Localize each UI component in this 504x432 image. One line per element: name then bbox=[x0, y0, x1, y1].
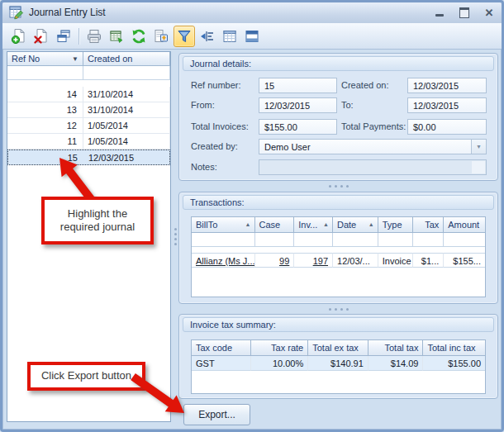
column-header-amount[interactable]: Amount bbox=[444, 217, 485, 233]
filter-icon bbox=[176, 28, 193, 45]
from-field[interactable]: 12/03/2015 bbox=[259, 97, 337, 113]
created-on-field[interactable]: 12/03/2015 bbox=[407, 78, 487, 93]
filter-cell[interactable] bbox=[378, 233, 414, 247]
tax-label: Tax bbox=[425, 220, 439, 230]
journal-grid-header: Ref No ▼ Created on bbox=[7, 52, 170, 66]
grid-view-icon bbox=[221, 28, 238, 45]
ref-number-field[interactable]: 15 bbox=[259, 78, 337, 93]
column-header-inv[interactable]: Inv...▲ bbox=[294, 217, 333, 233]
journal-grid-filter-row bbox=[7, 66, 170, 80]
export-window-button[interactable] bbox=[151, 26, 171, 46]
column-header-total-tax[interactable]: Total tax bbox=[368, 340, 424, 356]
column-header-total-ex-tax[interactable]: Total ex tax bbox=[308, 340, 368, 356]
case-link[interactable]: 99 bbox=[255, 253, 295, 268]
minimize-button[interactable] bbox=[434, 7, 445, 18]
column-header-tax[interactable]: Tax bbox=[413, 217, 444, 233]
transactions-header-row: BillTo▲ Case Inv...▲ Date▲ Type Tax Amou… bbox=[192, 217, 485, 233]
column-header-billto[interactable]: BillTo▲ bbox=[192, 217, 255, 233]
filter-cell[interactable] bbox=[413, 233, 444, 247]
horizontal-splitter-2[interactable] bbox=[178, 306, 498, 312]
journal-form-icon bbox=[9, 5, 24, 20]
new-journal-button[interactable] bbox=[9, 26, 29, 46]
callout-text: Click Export button bbox=[41, 369, 131, 382]
maximize-button[interactable] bbox=[459, 7, 470, 18]
column-header-tax-code[interactable]: Tax code bbox=[192, 340, 251, 356]
export-excel-button[interactable] bbox=[107, 26, 126, 46]
total-ex-tax-cell: $140.91 bbox=[308, 356, 368, 371]
filter-cell-created-on[interactable] bbox=[83, 66, 170, 80]
notes-field[interactable] bbox=[259, 159, 487, 175]
delete-journal-button[interactable] bbox=[31, 26, 51, 46]
invoice-link[interactable]: 197 bbox=[294, 253, 333, 268]
annotation-arrow-to-export bbox=[126, 370, 193, 420]
print-button[interactable] bbox=[84, 26, 104, 46]
journal-details-group: Journal details: Ref number: 15 Created … bbox=[178, 53, 498, 181]
billto-link[interactable]: Allianz (Ms J... bbox=[192, 253, 255, 268]
filter-cell[interactable] bbox=[255, 233, 295, 247]
cell-ref: 14 bbox=[7, 87, 83, 102]
journal-row-13[interactable]: 13 31/10/2014 bbox=[7, 102, 170, 118]
column-header-ref-no-label: Ref No bbox=[12, 54, 40, 64]
column-header-ref-no[interactable]: Ref No ▼ bbox=[7, 52, 83, 66]
cell-created: 31/10/2014 bbox=[83, 102, 170, 118]
amount-label: Amount bbox=[448, 220, 479, 230]
filter-button[interactable] bbox=[174, 26, 195, 47]
filter-cell-ref-no[interactable] bbox=[7, 66, 83, 80]
column-header-case[interactable]: Case bbox=[255, 217, 295, 233]
export-button[interactable]: Export... bbox=[183, 404, 250, 425]
filter-cell[interactable] bbox=[294, 233, 333, 247]
tax-summary-group: Invoice tax summary: Tax code Tax rate T… bbox=[178, 314, 498, 399]
transactions-filter-row bbox=[192, 233, 485, 247]
to-field[interactable]: 12/03/2015 bbox=[407, 97, 487, 113]
total-invoices-field[interactable]: $155.00 bbox=[259, 119, 337, 135]
column-header-total-inc-tax[interactable]: Total inc tax bbox=[423, 340, 485, 356]
total-payments-field[interactable]: $0.00 bbox=[407, 119, 487, 135]
journal-row-12[interactable]: 12 1/05/2014 bbox=[7, 118, 170, 134]
created-on-label: Created on: bbox=[341, 80, 388, 90]
total-invoices-label: Total Invoices: bbox=[191, 121, 249, 131]
title-bar[interactable]: Journal Entry List ✕ bbox=[2, 2, 502, 24]
created-by-combobox[interactable]: Demo User ▼ bbox=[259, 139, 487, 154]
filter-dropdown-icon[interactable]: ▼ bbox=[72, 55, 78, 63]
total-tax-label: Total tax bbox=[384, 343, 418, 353]
filter-cell[interactable] bbox=[333, 233, 378, 247]
callout-text: Highlight the bbox=[68, 207, 127, 221]
tax-summary-row-gst[interactable]: GST 10.00% $140.91 $14.09 $155.00 bbox=[192, 356, 485, 371]
journal-row-11[interactable]: 11 1/05/2014 bbox=[7, 134, 170, 150]
transaction-row-allianz[interactable]: Allianz (Ms J... 99 197 12/03/... Invoic… bbox=[192, 253, 485, 268]
column-header-date[interactable]: Date▲ bbox=[333, 217, 378, 233]
case-label: Case bbox=[259, 220, 281, 230]
toolbar bbox=[2, 23, 502, 50]
amount-cell: $155... bbox=[444, 253, 485, 268]
billto-label: BillTo bbox=[196, 220, 217, 230]
inv-label: Inv... bbox=[298, 220, 317, 230]
window-title: Journal Entry List bbox=[29, 7, 106, 18]
grid-view-button[interactable] bbox=[220, 26, 240, 46]
group-panel-icon bbox=[199, 28, 216, 45]
tax-summary-header-row: Tax code Tax rate Total ex tax Total tax… bbox=[192, 340, 485, 356]
combo-dropdown-icon[interactable]: ▼ bbox=[471, 140, 486, 154]
group-panel-button[interactable] bbox=[197, 26, 217, 46]
vertical-splitter[interactable] bbox=[172, 51, 178, 422]
column-header-tax-rate[interactable]: Tax rate bbox=[251, 340, 309, 356]
layout-button[interactable] bbox=[242, 26, 262, 46]
refresh-icon bbox=[131, 28, 147, 45]
column-header-type[interactable]: Type bbox=[378, 217, 414, 233]
cell-ref: 11 bbox=[7, 134, 83, 150]
journal-entry-list-window: Journal Entry List ✕ bbox=[0, 0, 504, 432]
refresh-button[interactable] bbox=[129, 26, 149, 46]
tax-summary-title: Invoice tax summary: bbox=[183, 317, 494, 332]
filter-cell[interactable] bbox=[444, 233, 485, 247]
to-label: To: bbox=[341, 100, 354, 110]
total-tax-cell: $14.09 bbox=[368, 356, 424, 371]
horizontal-splitter-1[interactable] bbox=[178, 183, 498, 189]
column-header-created-on[interactable]: Created on bbox=[83, 52, 170, 66]
tax-code-label: Tax code bbox=[196, 343, 232, 353]
filter-cell[interactable] bbox=[192, 233, 255, 247]
total-inc-tax-label: Total inc tax bbox=[427, 343, 475, 353]
transactions-table: BillTo▲ Case Inv...▲ Date▲ Type Tax Amou… bbox=[191, 216, 486, 297]
journal-row-14[interactable]: 14 31/10/2014 bbox=[7, 87, 170, 102]
cell-created: 1/05/2014 bbox=[83, 134, 170, 150]
close-button[interactable]: ✕ bbox=[483, 7, 495, 18]
duplicate-button[interactable] bbox=[54, 26, 74, 46]
